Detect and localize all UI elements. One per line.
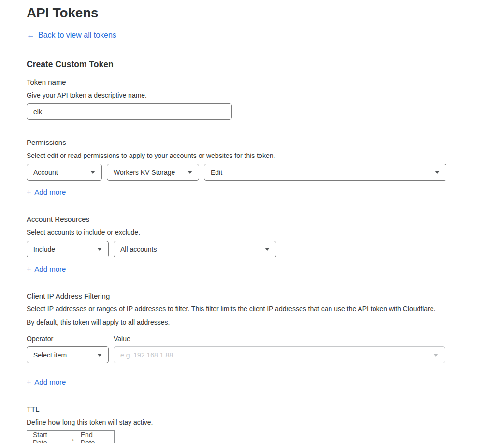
ttl-label: TTL <box>27 404 504 414</box>
back-link[interactable]: ← Back to view all tokens <box>27 30 116 40</box>
token-name-label: Token name <box>27 77 504 86</box>
ip-operator-select[interactable]: Select item... <box>27 346 109 363</box>
permissions-help: Select edit or read permissions to apply… <box>27 151 504 160</box>
chevron-down-icon <box>435 171 440 174</box>
operator-column-label: Operator <box>27 335 114 343</box>
permissions-label: Permissions <box>27 138 504 147</box>
account-resources-help: Select accounts to include or exclude. <box>27 228 504 237</box>
add-more-permissions-link[interactable]: + Add more <box>27 187 66 197</box>
api-tokens-page: API Tokens ← Back to view all tokens Cre… <box>0 0 504 443</box>
start-date-label: Start Date <box>33 431 63 443</box>
chevron-down-icon <box>433 354 438 357</box>
ttl-date-range-picker[interactable]: Start Date → End Date <box>27 430 115 443</box>
add-more-ip-filter-link[interactable]: + Add more <box>27 377 66 386</box>
value-column-label: Value <box>114 335 130 343</box>
ip-filtering-help: Select IP addresses or ranges of IP addr… <box>27 302 445 329</box>
permission-group-select[interactable]: Workers KV Storage <box>107 164 199 181</box>
chevron-down-icon <box>265 248 270 251</box>
plus-icon: + <box>27 264 31 273</box>
permission-level-select[interactable]: Edit <box>204 164 446 181</box>
account-target-value: All accounts <box>120 245 157 253</box>
chevron-down-icon <box>97 354 102 357</box>
permission-scope-select[interactable]: Account <box>27 164 102 181</box>
ip-filtering-label: Client IP Address Filtering <box>27 291 504 300</box>
back-arrow-icon: ← <box>27 30 35 40</box>
account-target-select[interactable]: All accounts <box>114 241 276 257</box>
ip-filtering-row: Select item... <box>27 346 446 363</box>
account-include-select[interactable]: Include <box>27 241 109 257</box>
plus-icon: + <box>27 187 31 197</box>
ip-operator-value: Select item... <box>33 351 72 359</box>
form-heading: Create Custom Token <box>27 59 504 70</box>
chevron-down-icon <box>187 171 192 174</box>
token-name-input[interactable] <box>27 103 232 120</box>
add-more-label: Add more <box>34 187 66 197</box>
permissions-row: Account Workers KV Storage Edit <box>27 164 446 181</box>
ttl-help: Define how long this token will stay act… <box>27 418 504 427</box>
chevron-down-icon <box>90 171 95 174</box>
add-more-account-resources-link[interactable]: + Add more <box>27 264 66 273</box>
account-include-value: Include <box>33 245 55 253</box>
plus-icon: + <box>27 377 31 386</box>
ip-value-input[interactable] <box>120 351 429 359</box>
add-more-label: Add more <box>34 377 66 386</box>
permission-level-value: Edit <box>211 169 222 176</box>
arrow-right-icon: → <box>68 434 75 443</box>
permission-group-value: Workers KV Storage <box>114 169 175 176</box>
end-date-label: End Date <box>81 431 108 443</box>
permission-scope-value: Account <box>33 169 58 176</box>
add-more-label: Add more <box>34 264 66 273</box>
chevron-down-icon <box>97 248 102 251</box>
token-name-help: Give your API token a descriptive name. <box>27 91 504 100</box>
page-title: API Tokens <box>27 4 504 22</box>
back-link-label: Back to view all tokens <box>38 30 116 40</box>
account-resources-label: Account Resources <box>27 214 504 224</box>
account-resources-row: Include All accounts <box>27 241 446 257</box>
ip-value-field[interactable] <box>114 346 445 363</box>
ip-filtering-column-labels: Operator Value <box>27 335 504 343</box>
